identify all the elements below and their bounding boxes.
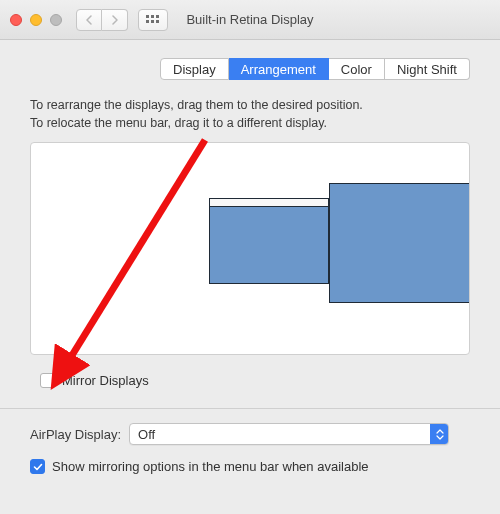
tab-display[interactable]: Display [160,58,229,80]
airplay-display-label: AirPlay Display: [30,427,121,442]
tab-arrangement[interactable]: Arrangement [229,58,329,80]
grid-icon [146,15,160,25]
secondary-display-rect[interactable] [329,183,470,303]
minimize-window-button[interactable] [30,14,42,26]
mirror-displays-checkbox[interactable] [40,373,55,388]
instructions-line-1: To rearrange the displays, drag them to … [30,96,470,114]
svg-rect-2 [156,15,159,18]
show-mirroring-label: Show mirroring options in the menu bar w… [52,459,369,474]
airplay-selected-value: Off [130,427,155,442]
primary-display-rect[interactable] [209,198,329,284]
window-title: Built-in Retina Display [0,12,500,27]
airplay-display-select[interactable]: Off [129,423,449,445]
tab-bar: Display Arrangement Color Night Shift [0,58,500,80]
close-window-button[interactable] [10,14,22,26]
tab-color[interactable]: Color [329,58,385,80]
instructions-line-2: To relocate the menu bar, drag it to a d… [30,114,470,132]
separator [0,408,500,409]
display-arrangement-canvas[interactable] [30,142,470,355]
mirror-displays-label: Mirror Displays [62,373,149,388]
tab-night-shift[interactable]: Night Shift [385,58,470,80]
checkmark-icon [33,462,43,472]
zoom-window-button[interactable] [50,14,62,26]
chevron-left-icon [85,15,93,25]
titlebar: Built-in Retina Display [0,0,500,40]
svg-rect-0 [146,15,149,18]
show-all-button[interactable] [138,9,168,31]
forward-button[interactable] [102,9,128,31]
svg-rect-5 [156,20,159,23]
svg-rect-4 [151,20,154,23]
window-controls [0,14,62,26]
show-mirroring-checkbox[interactable] [30,459,45,474]
svg-rect-3 [146,20,149,23]
select-stepper-icon [430,424,448,444]
content-area: Display Arrangement Color Night Shift To… [0,40,500,474]
nav-back-forward [76,9,128,31]
arrangement-instructions: To rearrange the displays, drag them to … [30,96,470,132]
svg-rect-1 [151,15,154,18]
back-button[interactable] [76,9,102,31]
chevron-right-icon [111,15,119,25]
menu-bar-indicator[interactable] [210,199,328,207]
